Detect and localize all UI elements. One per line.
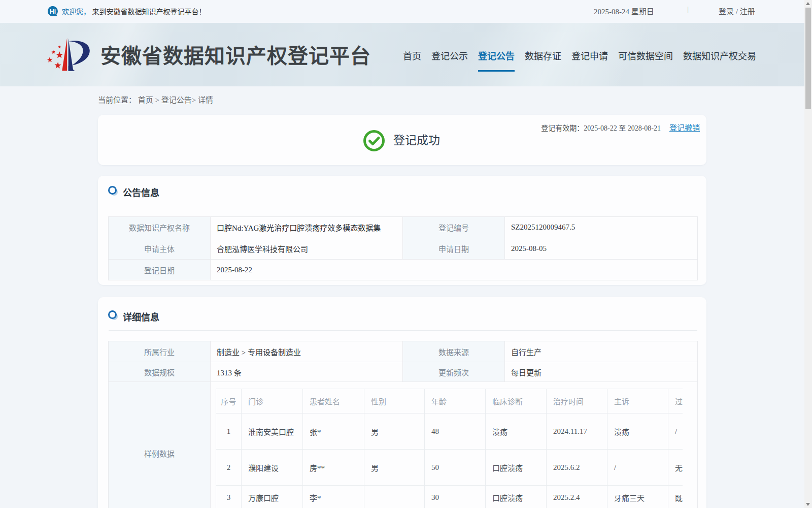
svg-text:Hi: Hi [50,8,56,15]
